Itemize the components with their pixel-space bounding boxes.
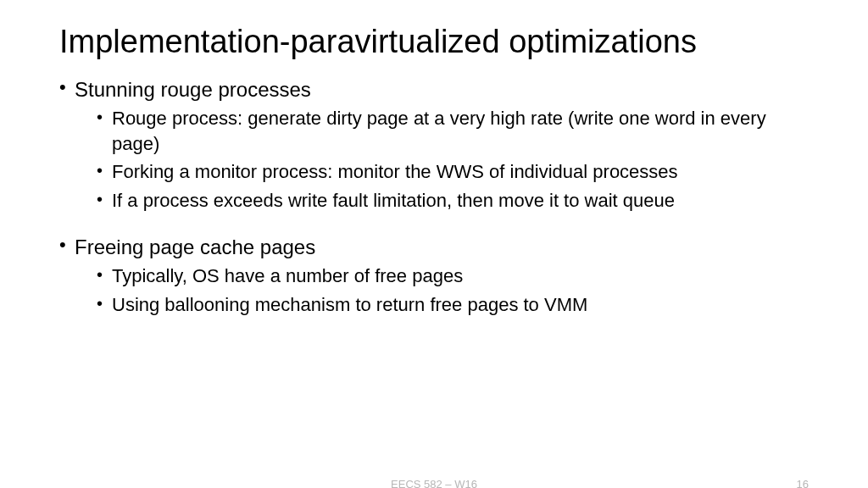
sub-list: Typically, OS have a number of free page… bbox=[97, 263, 809, 317]
bullet-item: Stunning rouge processes Rouge process: … bbox=[59, 76, 809, 214]
bullet-head: Freeing page cache pages bbox=[75, 234, 809, 260]
sub-list: Rouge process: generate dirty page at a … bbox=[97, 106, 809, 214]
bullet-list: Freeing page cache pages Typically, OS h… bbox=[59, 234, 809, 318]
bullet-item: Freeing page cache pages Typically, OS h… bbox=[59, 234, 809, 318]
slide: Implementation-paravirtualized optimizat… bbox=[0, 0, 868, 488]
sub-item: If a process exceeds write fault limitat… bbox=[97, 188, 809, 214]
sub-item: Forking a monitor process: monitor the W… bbox=[97, 159, 809, 185]
footer-course: EECS 582 – W16 bbox=[391, 478, 477, 488]
sub-item: Using ballooning mechanism to return fre… bbox=[97, 292, 809, 318]
spacer bbox=[59, 217, 809, 234]
sub-item: Typically, OS have a number of free page… bbox=[97, 263, 809, 289]
page-number: 16 bbox=[797, 478, 809, 488]
slide-title: Implementation-paravirtualized optimizat… bbox=[59, 24, 809, 61]
sub-item: Rouge process: generate dirty page at a … bbox=[97, 106, 809, 156]
bullet-head: Stunning rouge processes bbox=[75, 76, 809, 103]
bullet-list: Stunning rouge processes Rouge process: … bbox=[59, 76, 809, 214]
